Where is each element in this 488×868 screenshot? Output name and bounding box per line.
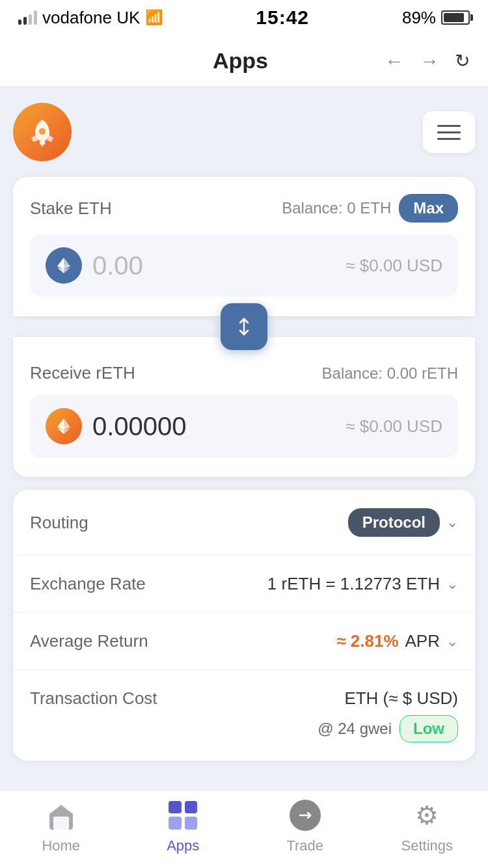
- nav-trade[interactable]: Trade: [244, 798, 366, 854]
- back-button[interactable]: ←: [385, 50, 404, 72]
- routing-chevron-icon[interactable]: ⌄: [446, 514, 458, 531]
- browser-header: Apps ← → ↻: [0, 35, 488, 87]
- stake-label: Stake ETH: [30, 198, 112, 219]
- svg-rect-13: [53, 817, 69, 830]
- apps-grid-cell: [185, 801, 198, 814]
- status-left: vodafone UK 📶: [18, 8, 163, 28]
- receive-input-row: 0.00000 ≈ $0.00 USD: [30, 395, 458, 457]
- nav-trade-label: Trade: [286, 837, 323, 854]
- average-return-row: Average Return ≈ 2.81% APR ⌄: [13, 613, 475, 670]
- protocol-badge: Protocol: [348, 508, 440, 537]
- receive-card: Receive rETH Balance: 0.00 rETH 0.00000 …: [13, 337, 475, 477]
- svg-point-1: [39, 128, 46, 135]
- receive-header-row: Receive rETH Balance: 0.00 rETH: [30, 363, 458, 383]
- browser-nav: ← → ↻: [385, 50, 470, 72]
- eth-logo: [53, 255, 74, 276]
- menu-line: [437, 131, 461, 133]
- transaction-cost-label: Transaction Cost: [30, 688, 157, 709]
- apr-label: APR: [405, 631, 440, 651]
- nav-home[interactable]: Home: [0, 798, 122, 854]
- receive-usd: ≈ $0.00 USD: [346, 416, 442, 437]
- apps-grid-cell: [169, 801, 182, 814]
- nav-settings[interactable]: ⚙ Settings: [366, 798, 489, 854]
- cost-top-row: Transaction Cost ETH (≈ $ USD): [30, 688, 458, 709]
- wifi-icon: 📶: [145, 9, 163, 26]
- details-card: Routing Protocol ⌄ Exchange Rate 1 rETH …: [13, 490, 475, 761]
- stake-input-row: 0.00 ≈ $0.00 USD: [30, 234, 458, 297]
- stake-input-left: 0.00: [46, 247, 143, 284]
- apps-grid-cell: [169, 817, 182, 830]
- battery-icon: [441, 10, 470, 25]
- nav-apps-label: Apps: [167, 837, 199, 854]
- receive-amount: 0.00000: [92, 412, 187, 441]
- reth-icon: [46, 408, 82, 444]
- rocket-icon: [25, 115, 60, 150]
- bottom-nav: Home Apps Trade ⚙ Settings: [0, 790, 488, 868]
- menu-line: [437, 138, 461, 140]
- carrier-label: vodafone UK: [42, 8, 140, 28]
- routing-row: Routing Protocol ⌄: [13, 490, 475, 556]
- routing-value: Protocol ⌄: [348, 508, 458, 537]
- swap-container: [13, 303, 475, 350]
- nav-home-label: Home: [42, 837, 80, 854]
- stake-usd: ≈ $0.00 USD: [346, 256, 442, 276]
- apps-grid-cell: [185, 817, 198, 830]
- trade-arrows-icon: [296, 806, 314, 824]
- stake-header-row: Stake ETH Balance: 0 ETH Max: [30, 194, 458, 223]
- home-icon: [44, 798, 78, 832]
- settings-icon: ⚙: [410, 798, 444, 832]
- gwei-label: @ 24 gwei: [318, 720, 392, 738]
- signal-icon: [18, 10, 37, 25]
- battery-label: 89%: [402, 8, 436, 28]
- status-right: 89%: [402, 8, 470, 28]
- exchange-rate-row: Exchange Rate 1 rETH = 1.12773 ETH ⌄: [13, 556, 475, 613]
- stake-balance: Balance: 0 ETH: [282, 199, 391, 217]
- menu-line: [437, 125, 461, 127]
- stake-amount: 0.00: [92, 251, 143, 280]
- balance-row: Balance: 0 ETH Max: [282, 194, 458, 223]
- exchange-rate-value: 1 rETH = 1.12773 ETH ⌄: [267, 574, 458, 594]
- max-button[interactable]: Max: [399, 194, 458, 223]
- refresh-button[interactable]: ↻: [455, 50, 470, 72]
- receive-balance: Balance: 0.00 rETH: [322, 364, 458, 383]
- exchange-rate-chevron-icon[interactable]: ⌄: [446, 576, 458, 593]
- cost-sub-row: @ 24 gwei Low: [30, 715, 458, 742]
- routing-label: Routing: [30, 513, 88, 533]
- average-return-value: ≈ 2.81% APR ⌄: [336, 631, 458, 651]
- swap-button[interactable]: [221, 303, 267, 350]
- trade-circle-icon: [290, 800, 321, 831]
- status-bar: vodafone UK 📶 15:42 89%: [0, 0, 488, 35]
- stake-card: Stake ETH Balance: 0 ETH Max 0.00: [13, 177, 475, 316]
- reth-logo: [53, 416, 74, 437]
- svg-marker-14: [49, 805, 73, 814]
- forward-button[interactable]: →: [420, 50, 439, 72]
- app-logo: [13, 103, 72, 161]
- settings-gear-icon: ⚙: [415, 800, 439, 830]
- receive-label: Receive rETH: [30, 363, 135, 383]
- swap-arrows-icon: [232, 315, 256, 338]
- app-header: [13, 103, 475, 161]
- nav-apps[interactable]: Apps: [122, 798, 245, 854]
- trade-icon: [288, 798, 322, 832]
- nav-settings-label: Settings: [401, 837, 454, 854]
- speed-badge: Low: [400, 715, 458, 742]
- eth-icon: [46, 247, 82, 284]
- page-title: Apps: [96, 48, 385, 74]
- apps-grid-icon: [169, 801, 197, 830]
- main-content: Stake ETH Balance: 0 ETH Max 0.00: [0, 87, 488, 861]
- receive-input-left: 0.00000: [46, 408, 187, 444]
- menu-button[interactable]: [423, 111, 475, 153]
- exchange-rate-text: 1 rETH = 1.12773 ETH: [267, 574, 440, 594]
- average-return-label: Average Return: [30, 631, 148, 651]
- apps-icon: [166, 798, 200, 832]
- exchange-rate-label: Exchange Rate: [30, 574, 146, 594]
- time-label: 15:42: [256, 7, 309, 29]
- transaction-cost-row: Transaction Cost ETH (≈ $ USD) @ 24 gwei…: [13, 670, 475, 761]
- transaction-cost-value: ETH (≈ $ USD): [344, 688, 458, 709]
- apr-chevron-icon[interactable]: ⌄: [446, 633, 458, 650]
- apr-value: ≈ 2.81%: [336, 631, 398, 651]
- home-svg-icon: [47, 801, 75, 830]
